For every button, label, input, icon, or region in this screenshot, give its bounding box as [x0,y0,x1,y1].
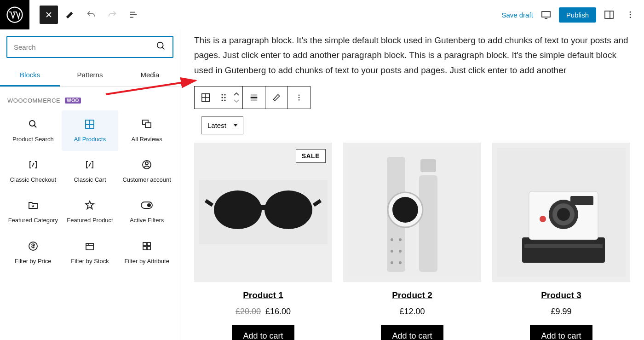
paragraph-block[interactable]: This is a paragraph block. It's the simp… [194,29,630,86]
product-card[interactable]: Product 3 £9.99 Add to cart [492,143,630,340]
svg-rect-10 [145,123,151,127]
svg-rect-19 [143,247,146,250]
svg-rect-56 [524,244,603,248]
svg-rect-17 [143,242,146,246]
undo-button[interactable] [82,6,100,24]
svg-rect-49 [522,237,605,263]
publish-button[interactable]: Publish [559,7,596,23]
product-price: £12.00 [343,307,481,317]
block-product-search[interactable]: Product Search [5,110,62,151]
product-card[interactable]: Product 2 £12.00 Add to cart [343,143,481,340]
product-price: £20.00£16.00 [194,307,332,317]
redo-button[interactable] [103,6,121,24]
search-icon [28,118,39,131]
svg-point-24 [221,97,223,98]
sort-dropdown-wrap: Latest [201,116,243,134]
add-to-cart-button[interactable]: Add to cart [530,325,592,340]
svg-point-25 [224,97,225,98]
svg-point-6 [157,42,163,48]
block-classic-checkout[interactable]: Classic Checkout [5,151,62,191]
svg-point-34 [264,190,312,229]
svg-point-30 [299,97,300,98]
product-image [343,143,481,282]
close-inserter-button[interactable] [40,6,58,24]
product-price: £9.99 [492,307,630,317]
block-filter-by-stock[interactable]: Filter by Stock [62,232,119,273]
svg-point-29 [299,94,300,96]
move-up-down[interactable] [230,86,242,109]
grid-icon [84,118,95,131]
category-header: WOOCOMMERCE WOO [0,87,180,110]
block-grid: Product Search All Products All Reviews … [0,110,180,273]
svg-point-53 [557,208,570,221]
svg-point-40 [392,197,418,223]
star-icon [84,199,95,212]
toolbar-left [0,0,143,29]
svg-rect-2 [605,11,613,18]
tab-media[interactable]: Media [120,64,180,86]
options-menu[interactable] [622,6,638,23]
document-overview-button[interactable] [124,6,143,24]
block-classic-cart[interactable]: Classic Cart [62,151,119,191]
product-name[interactable]: Product 1 [194,290,332,300]
svg-point-43 [391,250,393,253]
svg-point-46 [399,250,402,253]
svg-point-27 [224,99,225,101]
block-options-button[interactable] [288,86,310,109]
svg-point-44 [391,261,393,264]
block-active-filters[interactable]: Active Filters [118,191,175,232]
block-type-button[interactable] [195,86,217,109]
woo-badge: WOO [65,98,81,104]
block-filter-by-price[interactable]: Filter by Price [5,232,62,273]
product-name[interactable]: Product 2 [343,290,481,300]
drag-handle[interactable] [217,86,230,109]
svg-point-33 [214,190,262,229]
inserter-tabs: Blocks Patterns Media [0,64,180,87]
svg-rect-28 [251,97,258,98]
category-label: WOOCOMMERCE [7,97,60,104]
align-button[interactable] [243,86,265,109]
svg-rect-38 [419,175,437,272]
box-icon [84,240,95,253]
reviews-icon [141,118,152,131]
products-grid: SALE Product 1 £20.00£16.00 Add to cart … [194,143,630,340]
product-card[interactable]: SALE Product 1 £20.00£16.00 Add to cart [194,143,332,340]
shortcode-icon [84,158,95,171]
block-customer-account[interactable]: Customer account [118,151,175,191]
block-toolbar [194,86,310,109]
svg-point-31 [299,99,300,101]
block-featured-product[interactable]: Featured Product [62,191,119,232]
svg-point-3 [630,12,631,13]
block-search-box[interactable] [6,36,173,58]
toolbar-right: Save draft Publish [501,6,638,23]
save-draft-link[interactable]: Save draft [501,11,533,19]
block-filter-by-attribute[interactable]: Filter by Attribute [118,232,175,273]
add-to-cart-button[interactable]: Add to cart [381,325,443,340]
edit-tool-icon[interactable] [61,6,79,24]
svg-rect-18 [147,242,150,246]
search-input[interactable] [14,43,156,51]
svg-rect-35 [259,205,268,210]
svg-rect-16 [86,243,93,250]
editor-canvas: This is a paragraph block. It's the simp… [180,29,644,340]
svg-point-12 [145,162,148,165]
sort-dropdown[interactable]: Latest [201,116,243,134]
block-all-products[interactable]: All Products [62,110,119,151]
folder-star-icon [28,199,39,212]
svg-rect-20 [147,247,150,250]
tab-blocks[interactable]: Blocks [0,64,60,86]
product-name[interactable]: Product 3 [492,290,630,300]
tab-patterns[interactable]: Patterns [60,64,120,86]
edit-block-button[interactable] [265,86,288,109]
user-icon [141,158,152,171]
block-all-reviews[interactable]: All Reviews [118,110,175,151]
add-to-cart-button[interactable]: Add to cart [232,325,294,340]
block-featured-category[interactable]: Featured Category [5,191,62,232]
svg-point-22 [221,94,223,95]
currency-icon [28,240,39,253]
preview-button[interactable] [538,6,554,23]
settings-panel-toggle[interactable] [601,6,617,23]
wordpress-logo[interactable] [0,0,29,29]
sale-badge: SALE [296,149,326,163]
toggle-icon [141,199,153,212]
